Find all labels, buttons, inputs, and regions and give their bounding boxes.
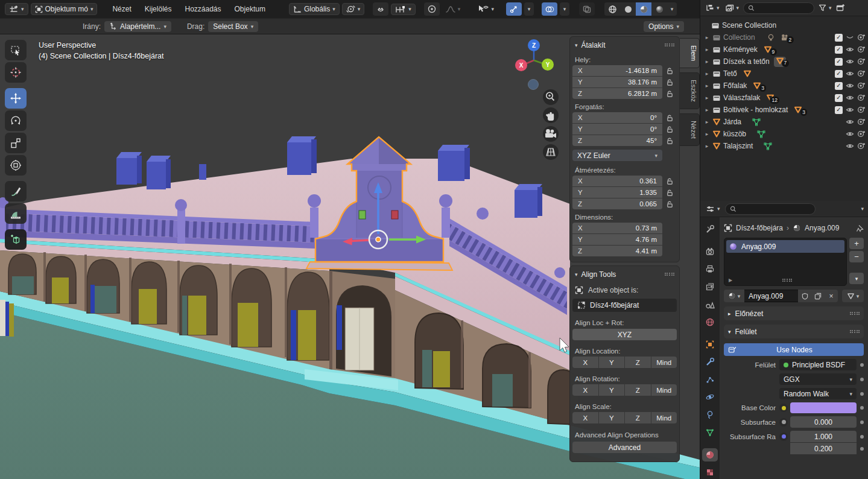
location-z-field[interactable]: Z6.2812 m bbox=[572, 88, 662, 99]
outliner-row-diszek-a-teton[interactable]: ▸ Díszek a tetőn 7 ✓ bbox=[704, 56, 866, 68]
rotation-mode-dropdown[interactable]: XYZ Euler▾ bbox=[572, 150, 662, 161]
tab-world[interactable] bbox=[702, 316, 718, 329]
move-tool[interactable] bbox=[5, 88, 27, 109]
expand-icon[interactable]: ▸ bbox=[704, 119, 710, 125]
render-visibility-icon[interactable] bbox=[857, 130, 866, 138]
surface-panel-header[interactable]: ▾ Felület bbox=[724, 325, 864, 338]
tab-output[interactable] bbox=[702, 262, 718, 276]
expand-icon[interactable]: ▸ bbox=[704, 107, 710, 113]
align-scale-all[interactable]: Mind bbox=[651, 412, 677, 423]
browse-material-button[interactable]: ▾ bbox=[724, 290, 744, 302]
socket-indicator[interactable] bbox=[860, 392, 864, 396]
tab-view-layer[interactable] bbox=[702, 280, 718, 293]
material-slot-list[interactable]: Anyag.009 ▶ bbox=[724, 238, 847, 286]
socket-indicator[interactable] bbox=[860, 447, 864, 451]
render-visibility-icon[interactable] bbox=[857, 58, 866, 65]
tab-tool[interactable]: Eszköz bbox=[680, 72, 700, 109]
eye-icon[interactable] bbox=[846, 142, 854, 150]
tab-object[interactable] bbox=[702, 338, 718, 351]
transform-orientation-selector[interactable]: Globális ▾ bbox=[289, 3, 340, 15]
remove-slot-button[interactable]: − bbox=[849, 251, 864, 262]
menu-object[interactable]: Objektum bbox=[229, 3, 271, 15]
expand-icon[interactable]: ▸ bbox=[704, 59, 710, 65]
align-rot-z[interactable]: Z bbox=[625, 384, 651, 396]
dimensions-x-field[interactable]: X0.73 m bbox=[572, 223, 662, 233]
expand-icon[interactable]: ▸ bbox=[704, 46, 710, 52]
tab-render[interactable] bbox=[702, 245, 718, 258]
expand-icon[interactable]: ▸ bbox=[704, 95, 710, 101]
tab-constraints[interactable] bbox=[702, 408, 718, 421]
overlays-toggle[interactable] bbox=[542, 2, 557, 16]
socket-indicator[interactable] bbox=[860, 363, 864, 367]
mode-selector[interactable]: Objektum mó ▾ bbox=[31, 3, 98, 15]
shading-solid-button[interactable] bbox=[620, 2, 636, 16]
align-rot-x[interactable]: X bbox=[572, 384, 598, 396]
lock-scale-x[interactable] bbox=[662, 177, 677, 185]
exclude-checkbox[interactable]: ✓ bbox=[835, 94, 843, 102]
selectability-visibility-selector[interactable]: ▾ bbox=[474, 4, 498, 14]
outliner-display-mode[interactable]: ▾ bbox=[724, 3, 741, 13]
align-rot-y[interactable]: Y bbox=[599, 384, 625, 396]
drag-mode-dropdown[interactable]: Select Box ▾ bbox=[208, 21, 258, 32]
eye-icon[interactable] bbox=[846, 94, 854, 101]
pivot-point-selector[interactable]: ▾ bbox=[342, 3, 365, 15]
eye-icon[interactable] bbox=[846, 58, 854, 65]
lock-rotation-z[interactable] bbox=[662, 137, 677, 145]
render-visibility-icon[interactable] bbox=[857, 142, 866, 150]
location-x-field[interactable]: X-1.4618 m bbox=[572, 65, 662, 76]
subsurface-method-dropdown[interactable]: Random Walk▾ bbox=[779, 388, 857, 399]
base-color-swatch[interactable] bbox=[790, 402, 857, 413]
exclude-checkbox[interactable]: ✓ bbox=[835, 46, 843, 54]
gizmos-toggle[interactable] bbox=[506, 2, 522, 16]
align-xyz-button[interactable]: XYZ bbox=[572, 329, 677, 340]
snap-target-selector[interactable]: ▾ bbox=[391, 4, 416, 15]
proportional-editing-toggle[interactable] bbox=[424, 2, 440, 16]
align-loc-y[interactable]: Y bbox=[599, 357, 625, 368]
slot-list-grip[interactable] bbox=[782, 279, 792, 282]
exclude-checkbox[interactable]: ✓ bbox=[835, 34, 843, 42]
gizmo-plane-handle-red[interactable] bbox=[391, 211, 398, 219]
socket-indicator[interactable] bbox=[860, 378, 864, 381]
panel-grip[interactable] bbox=[665, 273, 674, 276]
menu-add[interactable]: Hozzáadás bbox=[179, 3, 226, 15]
lock-rotation-x[interactable] bbox=[662, 114, 677, 122]
render-visibility-icon[interactable] bbox=[857, 106, 866, 113]
exclude-checkbox[interactable]: ✓ bbox=[835, 82, 843, 90]
shading-wireframe-button[interactable] bbox=[604, 2, 620, 16]
properties-editor-type[interactable]: ▾ bbox=[705, 204, 721, 214]
tab-texture[interactable] bbox=[702, 466, 718, 479]
gizmo-x-axis[interactable] bbox=[351, 240, 369, 241]
outliner-row-teto[interactable]: ▸ Tető ✓ bbox=[704, 68, 866, 80]
rotation-z-field[interactable]: Z45° bbox=[572, 135, 662, 146]
outliner-row-scene-collection[interactable]: Scene Collection bbox=[704, 19, 866, 31]
dimensions-z-field[interactable]: Z4.41 m bbox=[572, 246, 662, 256]
eye-icon[interactable] bbox=[846, 46, 854, 53]
select-box-tool[interactable] bbox=[5, 40, 27, 60]
expand-icon[interactable]: ▸ bbox=[704, 143, 710, 149]
rotation-x-field[interactable]: X0° bbox=[572, 112, 662, 123]
preview-panel-header[interactable]: ▸ Előnézet bbox=[724, 306, 864, 320]
lock-scale-y[interactable] bbox=[662, 189, 677, 197]
outliner-row-collection[interactable]: ▸ Collection 2 ✓ bbox=[704, 31, 866, 43]
scale-x-field[interactable]: X0.361 bbox=[572, 176, 662, 186]
subsurface-radius-x-field[interactable]: 1.000 bbox=[790, 431, 857, 442]
distribution-dropdown[interactable]: GGX▾ bbox=[779, 373, 857, 385]
outliner-row-valaszfalak[interactable]: ▸ Válaszfalak 12 ✓ bbox=[704, 92, 866, 104]
render-visibility-icon[interactable] bbox=[857, 82, 866, 89]
rotate-tool[interactable] bbox=[5, 110, 27, 131]
overlays-dropdown[interactable]: ▾ bbox=[560, 2, 569, 16]
outliner-search[interactable] bbox=[743, 2, 814, 14]
socket-indicator[interactable] bbox=[860, 420, 864, 424]
align-scale-z[interactable]: Z bbox=[625, 412, 651, 423]
expand-icon[interactable]: ▸ bbox=[704, 71, 710, 77]
arcade-corner[interactable] bbox=[329, 271, 395, 378]
outliner-row-jarda[interactable]: ▸ Járda bbox=[704, 116, 866, 128]
active-object-button[interactable]: Dísz4-főbejárat bbox=[572, 299, 677, 312]
shading-dropdown[interactable]: ▾ bbox=[667, 2, 677, 16]
fake-user-button[interactable] bbox=[798, 290, 811, 302]
tab-item[interactable]: Elem bbox=[680, 38, 700, 68]
transform-orientation-dropdown[interactable]: Alapértelm... ▾ bbox=[104, 21, 171, 32]
subsurface-radius-socket[interactable] bbox=[779, 433, 788, 441]
render-visibility-icon[interactable] bbox=[857, 94, 866, 101]
location-y-field[interactable]: Y38.176 m bbox=[572, 77, 662, 87]
